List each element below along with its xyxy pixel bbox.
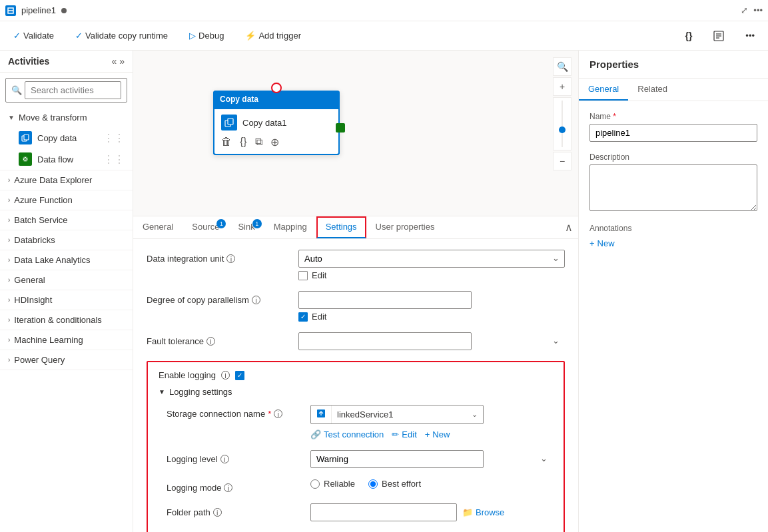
info-icon[interactable]: i <box>213 508 222 517</box>
delete-icon[interactable]: 🗑 <box>221 136 232 148</box>
data-integration-select[interactable]: Auto 248 <box>298 250 565 268</box>
zoom-in-button[interactable]: + <box>553 77 572 96</box>
group-header-data-lake[interactable]: › Data Lake Analytics <box>0 250 133 270</box>
node-title: Copy data <box>220 95 258 104</box>
node-connector-right <box>336 123 345 133</box>
name-input[interactable] <box>589 124 757 142</box>
list-item[interactable]: Data flow ⋮⋮ <box>0 148 133 170</box>
group-header-azure-data-explorer[interactable]: › Azure Data Explorer <box>0 170 133 190</box>
settings-scroll[interactable]: Data integration unit i Auto 248 <box>133 239 578 532</box>
validate-copy-icon: ✓ <box>75 31 83 41</box>
debug-button[interactable]: ▷ Debug <box>184 28 229 43</box>
reliable-radio[interactable] <box>310 479 320 489</box>
list-item[interactable]: Copy data ⋮⋮ <box>0 127 133 148</box>
annotations-label: Annotations <box>589 224 757 233</box>
command-more-button[interactable]: ••• <box>740 28 760 43</box>
add-trigger-button[interactable]: ⚡ Add trigger <box>240 28 306 43</box>
search-input[interactable] <box>25 81 121 99</box>
tab-related-props[interactable]: Related <box>628 79 677 101</box>
copy-icon[interactable]: ⧉ <box>255 136 262 148</box>
browse-button[interactable]: 📁 Browse <box>462 507 504 517</box>
parameters-button[interactable] <box>708 28 729 44</box>
zoom-slider[interactable] <box>553 97 572 150</box>
degree-parallelism-row: Degree of copy parallelism i ✓ Edit <box>147 291 565 322</box>
info-icon[interactable]: i <box>206 337 215 346</box>
data-flow-icon <box>19 152 32 166</box>
tab-settings[interactable]: Settings <box>316 216 366 238</box>
sidebar-header-icons: « » <box>111 56 125 67</box>
enable-logging-checkbox[interactable]: ✓ <box>235 371 244 380</box>
edit-checkbox[interactable] <box>298 271 308 280</box>
group-header-batch-service[interactable]: › Batch Service <box>0 210 133 230</box>
plus-icon: + <box>589 238 595 248</box>
test-connection-button[interactable]: 🔗 Test connection <box>310 429 384 439</box>
folder-path-input-row: 📁 Browse <box>310 503 553 521</box>
expand-icon[interactable]: » <box>119 56 125 67</box>
group-header-power-query[interactable]: › Power Query <box>0 350 133 370</box>
edit-linked-service-button[interactable]: ✏ Edit <box>392 429 416 439</box>
properties-content: Name * Description Annotations + New <box>579 101 768 532</box>
code-icon[interactable]: {} <box>240 136 247 148</box>
settings-content: Data integration unit i Auto 248 <box>133 239 578 532</box>
edit-checkbox-2[interactable]: ✓ <box>298 312 308 322</box>
tab-general[interactable]: General <box>133 216 183 238</box>
debug-icon: ▷ <box>189 31 196 41</box>
edit-label-2: Edit <box>312 312 326 322</box>
data-integration-control: Auto 248 Edit <box>298 250 565 280</box>
logging-settings-header[interactable]: ▼ Logging settings <box>159 387 553 397</box>
info-icon[interactable]: i <box>220 455 229 463</box>
code-button[interactable]: {} <box>679 28 697 44</box>
node-activity-name: Copy data1 <box>242 118 287 128</box>
fault-tolerance-select[interactable]: Skip incompatible rows <box>298 332 472 350</box>
search-canvas-button[interactable]: 🔍 <box>553 57 572 76</box>
enable-logging-label: Enable logging <box>159 370 216 380</box>
info-icon[interactable]: i <box>221 371 230 380</box>
info-icon[interactable]: i <box>226 254 235 263</box>
best-effort-radio[interactable] <box>368 479 378 489</box>
collapse-icon[interactable]: « <box>111 56 117 67</box>
info-icon[interactable]: i <box>274 409 282 418</box>
edit-checkbox-row-2: ✓ Edit <box>298 312 565 322</box>
linked-service-select[interactable]: linkedService1 ⌄ <box>310 405 484 424</box>
group-header-azure-function[interactable]: › Azure Function <box>0 190 133 210</box>
activity-group-azure-function: › Azure Function <box>0 190 133 210</box>
description-input[interactable] <box>589 164 757 211</box>
tab-user-properties[interactable]: User properties <box>366 216 444 238</box>
logging-level-select[interactable]: Warning Info Error <box>310 450 484 468</box>
group-header-iteration[interactable]: › Iteration & conditionals <box>0 310 133 330</box>
info-icon[interactable]: i <box>252 296 260 304</box>
validate-copy-runtime-button[interactable]: ✓ Validate copy runtime <box>70 28 173 43</box>
degree-parallelism-input[interactable] <box>298 291 472 309</box>
edit-icon: ✏ <box>392 429 399 439</box>
drag-handle[interactable]: ⋮⋮ <box>103 132 125 144</box>
connect-icon[interactable]: ⊕ <box>270 136 279 148</box>
tab-mapping[interactable]: Mapping <box>264 216 316 238</box>
reliable-radio-label[interactable]: Reliable <box>310 479 355 489</box>
tab-source[interactable]: Source 1 <box>183 216 228 238</box>
best-effort-radio-label[interactable]: Best effort <box>368 479 421 489</box>
logging-level-label: Logging level i <box>159 450 305 464</box>
resize-icon[interactable]: ⤢ <box>741 5 748 15</box>
chevron-icon: › <box>8 196 10 204</box>
pipeline-node[interactable]: Copy data Copy data1 🗑 <box>213 91 340 155</box>
more-options-icon[interactable]: ••• <box>753 5 763 15</box>
add-annotation-button[interactable]: + New <box>589 238 615 248</box>
new-linked-service-button[interactable]: + New <box>425 429 450 439</box>
chevron-icon: › <box>8 276 10 284</box>
group-header-move-transform[interactable]: ▼ Move & transform <box>0 108 133 127</box>
group-header-machine-learning[interactable]: › Machine Learning <box>0 330 133 350</box>
group-header-general[interactable]: › General <box>0 270 133 290</box>
tab-general-props[interactable]: General <box>579 79 628 101</box>
tab-sink[interactable]: Sink 1 <box>228 216 264 238</box>
zoom-out-button[interactable]: − <box>553 152 572 170</box>
folder-path-input[interactable] <box>310 503 457 521</box>
canvas-viewport[interactable]: Copy data Copy data1 🗑 <box>133 51 578 216</box>
group-header-databricks[interactable]: › Databricks <box>0 230 133 250</box>
group-header-hdinsight[interactable]: › HDInsight <box>0 290 133 310</box>
close-panel-button[interactable]: ∧ <box>565 221 573 234</box>
validate-button[interactable]: ✓ Validate <box>8 28 59 43</box>
info-icon[interactable]: i <box>224 483 232 492</box>
properties-tabs: General Related <box>579 79 768 101</box>
drag-handle[interactable]: ⋮⋮ <box>103 153 125 166</box>
chevron-icon: › <box>8 316 10 324</box>
